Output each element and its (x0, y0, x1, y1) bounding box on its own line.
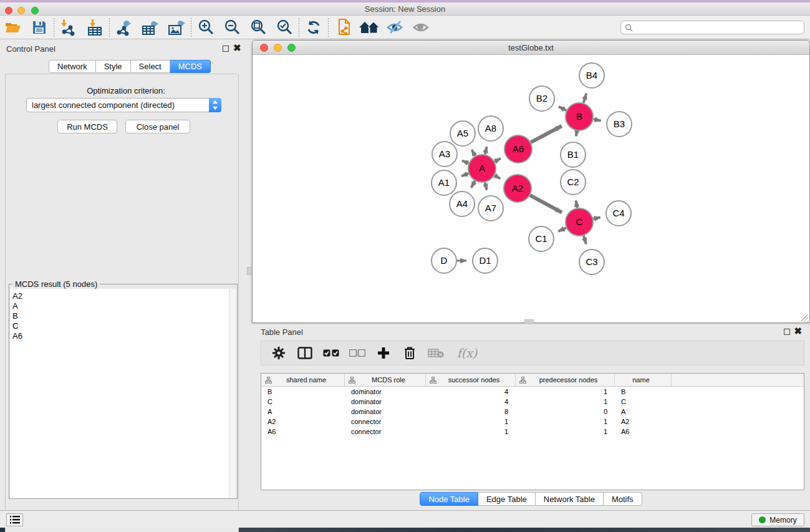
network-window-titlebar[interactable]: testGlobe.txt (253, 41, 809, 55)
node-C4[interactable]: C4 (606, 201, 631, 226)
node-B1[interactable]: B1 (561, 142, 586, 167)
export-table-icon[interactable] (137, 17, 163, 38)
node-C[interactable]: C (566, 208, 593, 236)
export-network-icon[interactable] (111, 17, 137, 38)
node-A3[interactable]: A3 (432, 142, 457, 167)
column-header-successor-nodes[interactable]: successor nodes (426, 374, 516, 386)
add-icon[interactable] (375, 344, 392, 362)
tab-mcds[interactable]: MCDS (170, 60, 211, 73)
table-row[interactable]: Bdominator41B (261, 387, 804, 397)
edge-C-C2[interactable] (576, 201, 577, 208)
splitter-grip-bottom[interactable] (524, 319, 534, 324)
edge-A-A6[interactable] (494, 158, 500, 162)
zoom-fit-icon[interactable] (245, 17, 271, 38)
window-resize-grip[interactable] (801, 314, 809, 322)
show-panels-icon[interactable] (408, 17, 435, 38)
node-C1[interactable]: C1 (529, 226, 554, 251)
float-panel-icon[interactable] (223, 46, 229, 52)
edge-A6-B[interactable] (531, 126, 561, 142)
zoom-selected-icon[interactable] (271, 17, 297, 38)
delete-table-icon[interactable] (427, 344, 445, 362)
mcds-result-list[interactable]: A2ABCA6 (10, 289, 230, 498)
network-canvas[interactable]: B4B2BB3A8A5A6A3B1AA1C2A2A4A7C4CC1C3DD1 (253, 56, 809, 322)
edge-C-C3[interactable] (584, 236, 586, 244)
node-D[interactable]: D (432, 248, 456, 273)
table-row[interactable]: A2connector11A2 (261, 417, 804, 427)
edge-A-A2[interactable] (494, 175, 500, 178)
zoom-in-icon[interactable] (193, 17, 219, 38)
node-C2[interactable]: C2 (561, 170, 586, 195)
home-icon[interactable] (356, 17, 382, 38)
node-A7[interactable]: A7 (478, 196, 503, 221)
edge-A-A7[interactable] (485, 182, 487, 190)
search-input[interactable] (635, 22, 804, 33)
edge-A2-C[interactable] (530, 195, 562, 213)
close-panel-button[interactable]: Close panel (125, 120, 190, 133)
node-A[interactable]: A (468, 155, 496, 182)
edge-B-B3[interactable] (594, 119, 601, 120)
select-all-icon[interactable] (322, 344, 340, 362)
search-box[interactable] (620, 21, 804, 34)
table-row[interactable]: A6connector11A6 (261, 427, 804, 437)
zoom-out-icon[interactable] (219, 17, 245, 38)
node-B3[interactable]: B3 (607, 112, 632, 137)
edge-B-B2[interactable] (559, 107, 566, 110)
import-network-icon[interactable] (55, 17, 82, 38)
edge-A-A3[interactable] (462, 161, 469, 163)
edge-A-A1[interactable] (461, 173, 468, 176)
tab-style[interactable]: Style (96, 60, 131, 73)
delete-icon[interactable] (401, 344, 418, 362)
tab-select[interactable]: Select (131, 60, 170, 73)
close-panel-icon[interactable]: ✖ (233, 42, 241, 54)
result-item[interactable]: A6 (12, 331, 230, 341)
refresh-icon[interactable] (301, 17, 327, 38)
result-item[interactable]: A2 (12, 291, 230, 301)
edge-C-C4[interactable] (593, 218, 600, 220)
node-A6[interactable]: A6 (504, 135, 532, 163)
node-B[interactable]: B (566, 103, 593, 130)
node-table[interactable]: shared nameMCDS rolesuccessor nodesprede… (261, 373, 804, 490)
memory-button[interactable]: Memory (751, 513, 804, 526)
column-header-shared-name[interactable]: shared name (261, 374, 345, 386)
tab-network-table[interactable]: Network Table (536, 492, 604, 506)
run-mcds-button[interactable]: Run MCDS (57, 120, 117, 133)
splitter-grip-left[interactable] (247, 267, 252, 275)
node-C3[interactable]: C3 (579, 249, 604, 274)
column-header-predecessor-nodes[interactable]: predecessor nodes (516, 374, 615, 386)
export-image-icon[interactable] (163, 17, 190, 38)
node-A4[interactable]: A4 (450, 191, 475, 216)
edge-B-B4[interactable] (584, 94, 587, 103)
table-row[interactable]: Adominator80A (261, 407, 804, 417)
hide-panels-icon[interactable] (382, 17, 408, 38)
criterion-dropdown[interactable]: largest connected component (directed) (26, 98, 221, 112)
task-history-button[interactable] (6, 513, 23, 526)
gear-icon[interactable] (270, 344, 287, 362)
tab-motifs[interactable]: Motifs (604, 492, 642, 506)
tab-network[interactable]: Network (49, 60, 96, 73)
open-session-icon[interactable] (0, 17, 26, 38)
columns-icon[interactable] (296, 344, 314, 362)
result-list-scrollbar[interactable] (229, 289, 236, 498)
save-session-icon[interactable] (26, 17, 52, 38)
table-row[interactable]: Cdominator41C (261, 397, 804, 407)
column-header-name[interactable]: name (615, 374, 672, 386)
node-A5[interactable]: A5 (450, 121, 475, 146)
close-table-panel-icon[interactable]: ✖ (794, 326, 802, 337)
tab-edge-table[interactable]: Edge Table (478, 492, 536, 506)
result-item[interactable]: A (12, 301, 230, 311)
edge-C-C1[interactable] (558, 228, 566, 231)
node-B4[interactable]: B4 (579, 63, 604, 88)
edge-B-B1[interactable] (576, 131, 577, 137)
float-table-panel-icon[interactable] (784, 329, 790, 335)
deselect-all-icon[interactable] (349, 344, 366, 362)
node-A8[interactable]: A8 (478, 116, 503, 141)
column-header-MCDS-role[interactable]: MCDS role (345, 374, 426, 386)
edge-A-A8[interactable] (485, 147, 487, 154)
result-item[interactable]: B (12, 311, 230, 321)
node-A2[interactable]: A2 (504, 175, 531, 202)
clone-network-icon[interactable] (330, 17, 356, 38)
node-B2[interactable]: B2 (529, 86, 554, 111)
node-table-header[interactable]: shared nameMCDS rolesuccessor nodesprede… (261, 374, 804, 387)
function-builder-button[interactable]: f(x) (453, 344, 481, 362)
result-item[interactable]: C (12, 321, 230, 331)
